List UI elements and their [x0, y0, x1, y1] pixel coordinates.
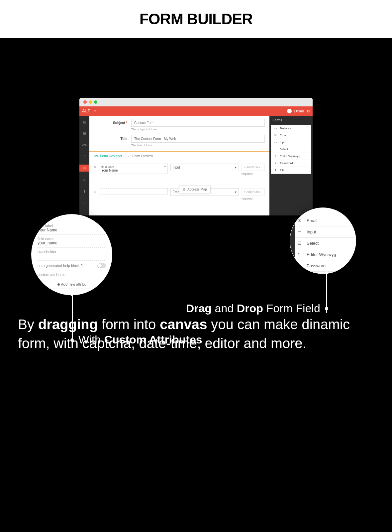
- lock-icon: ⁕: [274, 162, 277, 165]
- textarea-icon: ▭: [274, 127, 277, 130]
- panel-title: Forms: [269, 116, 313, 125]
- email-icon: ✉: [297, 218, 302, 223]
- callout-dot: [70, 293, 73, 296]
- list-item-wysiwyg[interactable]: ¶Editor Wysiwyg: [290, 249, 356, 260]
- custom-attributes-label: custom attributes: [38, 271, 106, 279]
- expand-icon[interactable]: +: [164, 189, 166, 193]
- list-item-select[interactable]: ☰Select: [290, 238, 356, 249]
- tabs: </>Form Designer ▭Form Preview: [89, 151, 269, 160]
- designer-row-1: ≡ field label Your Name + Input▾ + Add R…: [94, 164, 265, 176]
- add-attribute-button[interactable]: ⊕ Add new attribu: [38, 280, 106, 289]
- subject-label: Subject: [113, 121, 125, 125]
- shield-icon[interactable]: ▮: [79, 188, 89, 195]
- code-icon[interactable]: </>: [79, 142, 89, 148]
- callout-drag-drop: Drag and Drop Form Field: [186, 302, 320, 315]
- panel-item-password[interactable]: ⁕Password: [271, 160, 311, 167]
- field-name-lbl: field name: [38, 237, 106, 241]
- gear-icon[interactable]: ⚙: [307, 109, 310, 113]
- browser-titlebar: [79, 98, 313, 106]
- user-name[interactable]: Demo: [294, 109, 304, 113]
- select-icon: ☰: [274, 148, 277, 151]
- components-panel: Forms ▭Textarea ✉Email ▭Input ☰Select ¶E…: [269, 116, 313, 215]
- form-icon[interactable]: ▭: [79, 165, 89, 172]
- input-icon: ▭: [274, 141, 277, 144]
- help-block-toggle[interactable]: [97, 263, 106, 268]
- callout-dot: [326, 271, 328, 274]
- panel-item-email[interactable]: ✉Email: [271, 132, 311, 139]
- field-label-box[interactable]: field label Your Name +: [99, 164, 168, 174]
- app-topbar: ALT ≡ Demo ⚙: [79, 106, 313, 116]
- callout-dot: [325, 307, 328, 310]
- page-title: FORM BUILDER: [140, 10, 253, 28]
- avatar[interactable]: [287, 109, 292, 113]
- add-rules-button[interactable]: + Add Rules: [242, 164, 265, 171]
- showcase-section: ALT ≡ Demo ⚙ ▦ ▤ </> ▯ ▭ ≡ ▮ ○ Sub: [0, 38, 392, 386]
- field-label-lbl: field label: [38, 224, 106, 228]
- close-icon[interactable]: [83, 100, 87, 104]
- required-badge: required: [242, 172, 265, 176]
- drag-handle-icon[interactable]: ≡: [94, 188, 96, 194]
- upload-icon: ⬆: [274, 169, 277, 172]
- menu-toggle-icon[interactable]: ≡: [94, 109, 96, 113]
- hero-header: FORM BUILDER: [0, 0, 392, 38]
- required-badge: required: [242, 197, 265, 200]
- panel-item-file[interactable]: ⬆File: [271, 167, 311, 174]
- dragging-field[interactable]: ⊕ Address Map: [179, 186, 211, 193]
- magnifier-attributes: field label Your Name field name your_na…: [31, 214, 112, 295]
- add-rules-button[interactable]: + Add Rules: [242, 188, 265, 196]
- monitor-icon: ▭: [128, 154, 131, 158]
- chevron-down-icon: ▾: [235, 166, 237, 169]
- field-name-val[interactable]: your_name: [38, 241, 106, 245]
- main-content: Subject * Contact Form The subject of fo…: [89, 116, 269, 215]
- panel-item-wysiwyg[interactable]: ¶Editor Wysiwyg: [271, 153, 311, 160]
- magnifier-components: ✉Email ▭Input ☰Select ¶Editor Wysiwyg ▭P…: [290, 207, 356, 274]
- select-icon: ☰: [297, 241, 302, 246]
- list-item-email[interactable]: ✉Email: [290, 215, 356, 226]
- email-icon: ✉: [274, 134, 277, 137]
- plus-icon: ⊕: [57, 282, 61, 286]
- code-icon: </>: [94, 154, 99, 158]
- input-icon: ▭: [297, 229, 302, 234]
- type-select[interactable]: Input▾: [170, 164, 239, 171]
- panel-item-input[interactable]: ▭Input: [271, 139, 311, 146]
- help-block-label: auto generated help block ?: [38, 264, 83, 268]
- paragraph-icon: ¶: [274, 155, 277, 158]
- panel-item-textarea[interactable]: ▭Textarea: [271, 125, 311, 132]
- title-label: Title: [94, 135, 127, 141]
- globe-icon: ⊕: [183, 188, 185, 191]
- callout-custom-attributes: With Custom Attributes: [78, 333, 202, 346]
- chevron-down-icon: ▾: [235, 190, 237, 194]
- list-item-input[interactable]: ▭Input: [290, 226, 356, 238]
- record-icon[interactable]: ○: [79, 199, 89, 206]
- subject-help: The subject of form.: [131, 128, 265, 131]
- file-icon[interactable]: ▯: [79, 153, 89, 160]
- drag-handle-icon[interactable]: ≡: [94, 164, 96, 170]
- list-icon[interactable]: ≡: [79, 176, 89, 183]
- tab-preview[interactable]: ▭Form Preview: [128, 154, 153, 158]
- lock-icon: ▭: [297, 263, 302, 268]
- list-item-password[interactable]: ▭Password: [290, 260, 356, 272]
- sidebar-rail: ▦ ▤ </> ▯ ▭ ≡ ▮ ○: [79, 116, 89, 215]
- browser-window: ALT ≡ Demo ⚙ ▦ ▤ </> ▯ ▭ ≡ ▮ ○ Sub: [79, 98, 313, 215]
- subject-input[interactable]: Contact Form: [131, 119, 265, 127]
- app-logo: ALT: [82, 109, 90, 113]
- dashboard-icon[interactable]: ▦: [79, 118, 89, 125]
- field-label-box[interactable]: +: [99, 188, 168, 195]
- paragraph-icon: ¶: [297, 252, 302, 257]
- title-input[interactable]: The Contact Form - My Web: [131, 135, 265, 143]
- placeholder-lbl: placeholder: [38, 250, 106, 254]
- expand-icon[interactable]: +: [164, 165, 166, 168]
- tab-designer[interactable]: </>Form Designer: [94, 154, 122, 158]
- minimize-icon[interactable]: [89, 100, 92, 104]
- panel-item-select[interactable]: ☰Select: [271, 146, 311, 153]
- field-label-val[interactable]: Your Name: [38, 228, 106, 232]
- callout-dot: [70, 338, 74, 342]
- grid-icon[interactable]: ▤: [79, 130, 89, 137]
- title-help: The title of form.: [131, 144, 265, 147]
- maximize-icon[interactable]: [94, 100, 97, 104]
- required-indicator: *: [126, 121, 127, 125]
- callout-line: [72, 295, 73, 344]
